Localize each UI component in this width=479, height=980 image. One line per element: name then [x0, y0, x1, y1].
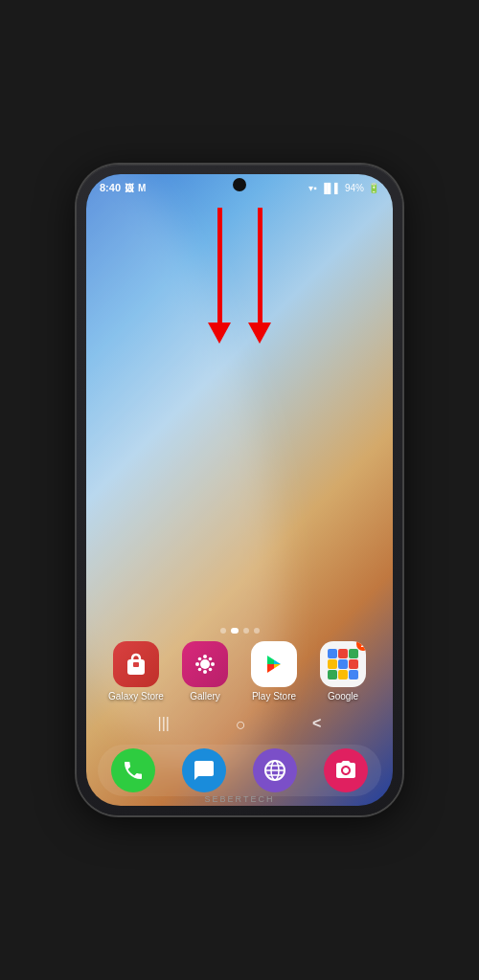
nav-back-btn[interactable]: <: [312, 715, 321, 735]
svg-point-9: [198, 668, 202, 672]
galaxy-store-app[interactable]: Galaxy Store: [106, 641, 166, 702]
camera-notch: [233, 178, 246, 191]
g-cell-maps: [349, 649, 358, 658]
page-dots: [220, 628, 260, 634]
play-store-icon: [251, 641, 297, 687]
arrow-line-left: [217, 208, 222, 323]
dot-2-active: [231, 628, 239, 634]
signal-icon: ▐▌▌: [321, 183, 341, 193]
dock-internet-app[interactable]: [253, 748, 297, 792]
dock-camera-app[interactable]: [324, 748, 368, 792]
phone-frame: 8:40 🖼 M ▾▪ ▐▌▌ 94% 🔋: [77, 165, 402, 815]
play-store-label: Play Store: [252, 691, 296, 702]
app-row: Galaxy Store: [91, 641, 388, 702]
battery-icon: 🔋: [368, 183, 379, 193]
nav-recent-btn[interactable]: |||: [158, 715, 170, 735]
dot-3: [243, 628, 249, 634]
play-store-svg: [261, 651, 287, 678]
gallery-label: Gallery: [190, 691, 220, 702]
arrow-head-right: [248, 323, 271, 344]
g-cell-google: [328, 649, 337, 658]
sebertech-label: SEBERTECH: [205, 794, 275, 804]
arrow-line-right: [258, 208, 262, 323]
camera-svg: [334, 759, 357, 782]
dock-area: Galaxy Store: [86, 628, 393, 741]
arrow-left: [208, 208, 231, 344]
arrow-head-left: [208, 323, 231, 344]
dot-4: [254, 628, 260, 634]
bottom-dock: [98, 745, 381, 796]
gallery-app[interactable]: Gallery: [175, 641, 235, 702]
svg-point-2: [200, 659, 210, 669]
dock-phone-app[interactable]: [111, 748, 155, 792]
google-app[interactable]: 2: [313, 641, 373, 702]
google-icon: 2: [320, 641, 366, 687]
svg-point-6: [211, 662, 215, 666]
galaxy-store-label: Galaxy Store: [108, 691, 164, 702]
gallery-icon: [182, 641, 228, 687]
wifi-icon: ▾▪: [308, 183, 317, 193]
phone-svg: [122, 759, 145, 782]
branding-text: SEBERTECH: [86, 794, 393, 804]
g-cell-assistant: [338, 670, 348, 679]
g-cell-yt: [338, 659, 348, 669]
g-cell-docs: [349, 670, 358, 679]
svg-point-4: [203, 670, 207, 674]
g-cell-drive: [328, 659, 337, 669]
svg-point-8: [209, 657, 213, 661]
svg-point-5: [195, 662, 199, 666]
svg-point-3: [203, 655, 207, 658]
status-left: 8:40 🖼 M: [100, 182, 146, 193]
google-grid: [328, 649, 358, 679]
galaxy-store-svg: [123, 651, 149, 678]
arrows-container: [208, 208, 271, 344]
g-cell-photos: [328, 670, 337, 679]
g-cell-duo: [349, 659, 358, 669]
phone-screen: 8:40 🖼 M ▾▪ ▐▌▌ 94% 🔋: [86, 174, 393, 806]
dock-messages-app[interactable]: [182, 748, 226, 792]
svg-rect-1: [133, 662, 139, 667]
time-display: 8:40: [100, 182, 121, 193]
messages-svg: [193, 759, 216, 782]
play-store-app[interactable]: Play Store: [244, 641, 304, 702]
m-icon: M: [138, 183, 146, 193]
g-cell-gmail: [338, 649, 348, 658]
dot-1: [220, 628, 226, 634]
status-right: ▾▪ ▐▌▌ 94% 🔋: [308, 183, 379, 193]
svg-point-7: [198, 657, 202, 661]
arrow-right: [248, 208, 271, 344]
photo-icon: 🖼: [125, 183, 134, 193]
svg-point-10: [209, 668, 213, 672]
google-label: Google: [328, 691, 358, 702]
gallery-svg: [192, 651, 218, 678]
galaxy-store-icon: [113, 641, 159, 687]
battery-percent: 94%: [345, 183, 364, 193]
internet-svg: [263, 759, 286, 782]
nav-home-btn[interactable]: ○: [236, 715, 246, 735]
